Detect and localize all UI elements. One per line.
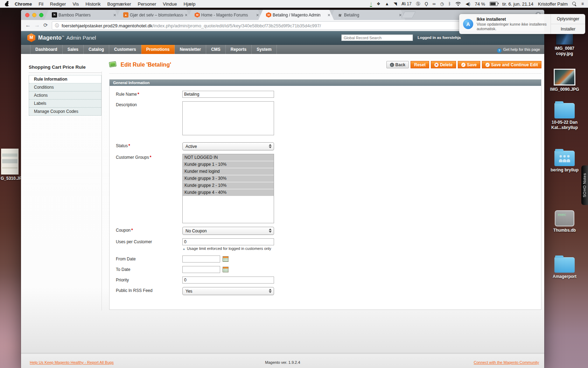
tab-close-icon[interactable]: × — [328, 13, 330, 18]
desktop-icon-amagerport[interactable]: Amagerport — [545, 255, 584, 279]
calendar-icon[interactable] — [223, 256, 229, 262]
volume-icon[interactable]: ◀) — [465, 0, 470, 8]
nav-item-cms[interactable]: CMS — [206, 45, 226, 54]
minimize-window-button[interactable] — [32, 13, 36, 17]
nav-item-dashboard[interactable]: Dashboard — [30, 45, 63, 54]
desktop-icon-bering-bryllup[interactable]: bering bryllup — [545, 149, 584, 173]
rule-form: Rule Name* Description Status* Active — [110, 86, 541, 295]
status-select[interactable]: Active — [182, 142, 274, 150]
reload-icon[interactable]: ⟳ — [43, 22, 48, 29]
bluetooth-icon[interactable]: ᛒ — [448, 0, 451, 8]
nav-item-customers[interactable]: Customers — [109, 45, 141, 54]
menubar-item-fil[interactable]: Fil — [38, 1, 43, 7]
community-link[interactable]: Connect with the Magento Community — [474, 360, 539, 364]
browser-tab[interactable]: uBetaling× — [330, 10, 405, 20]
menubar-clock[interactable]: tir. 6. jun. 21.14 — [502, 1, 533, 7]
sidebar-item-conditions[interactable]: Conditions — [29, 83, 101, 91]
menubar-item-personer[interactable]: Personer — [138, 1, 156, 7]
delete-button[interactable]: ✕Delete — [431, 61, 456, 68]
menubar-item-bogmærker[interactable]: Bogmærker — [107, 1, 131, 7]
zoom-window-button[interactable] — [39, 13, 43, 17]
desktop-icon-img-5310[interactable]: G_5310.JP — [1, 149, 19, 181]
menubar-item-historik[interactable]: Historik — [85, 1, 100, 7]
clock-icon[interactable]: ◷ — [440, 0, 444, 8]
customer-groups-multiselect[interactable]: NOT LOGGED INKunde gruppe 1 - 10%Kunder … — [182, 154, 274, 223]
menubar-item-hjælp[interactable]: Hjælp — [183, 1, 195, 7]
photo-content — [555, 70, 574, 84]
shield-icon[interactable]: Ⓢ — [416, 0, 420, 8]
sidebar-item-manage-coupon-codes[interactable]: Manage Coupon Codes — [29, 108, 101, 116]
uses-per-customer-input[interactable] — [182, 238, 274, 245]
nav-item-reports[interactable]: Reports — [226, 45, 252, 54]
menubar-item-vindue[interactable]: Vindue — [163, 1, 177, 7]
back-icon[interactable]: ← — [25, 22, 31, 29]
triangle-menu-icon[interactable]: ▲ — [385, 0, 389, 8]
description-row: Description — [116, 101, 541, 137]
browser-tab[interactable]: NBamboo Planters× — [44, 10, 120, 20]
desktop-icon-thumbs-db[interactable]: execThumbs.db — [545, 210, 584, 233]
magento-brand: Magento™ — [38, 35, 64, 41]
tab-close-icon[interactable]: × — [256, 13, 259, 18]
description-textarea[interactable] — [182, 101, 274, 135]
customer-group-option[interactable]: Kunde gruppe 1 - 10% — [183, 161, 274, 168]
reset-button[interactable]: Reset — [411, 61, 429, 68]
rss-select[interactable]: Yes — [182, 287, 274, 295]
from-date-input[interactable] — [182, 255, 220, 263]
tab-close-icon[interactable]: × — [185, 13, 188, 18]
browser-tab[interactable]: ▲Gjør det selv – blomsterkasse× — [115, 10, 191, 20]
binoculars-icon[interactable]: ∞ — [433, 0, 436, 8]
details-button[interactable]: Oplysninger — [551, 14, 585, 24]
customer-group-option[interactable]: Kunde gruppe 4 - 40% — [183, 189, 274, 196]
nav-item-promotions[interactable]: Promotions — [141, 45, 175, 54]
apple-menu-icon[interactable] — [5, 2, 9, 6]
onepassword-icon[interactable]: A\ 17 — [401, 0, 412, 8]
spotlight-search-icon[interactable] — [572, 2, 577, 6]
menubar-user[interactable]: Kristoffer Palm — [538, 1, 568, 7]
folder-icon — [554, 103, 575, 118]
page-info-icon[interactable]: ⓘ — [55, 23, 59, 29]
desktop-icon-img-0090-jpg[interactable]: IMG_0090.JPG — [545, 69, 584, 92]
nav-item-catalog[interactable]: Catalog — [84, 45, 109, 54]
nav-item-system[interactable]: System — [252, 45, 277, 54]
sidebar-item-rule-information[interactable]: Rule Information — [29, 75, 101, 83]
customer-group-option[interactable]: Kunde gruppe 2 - 10% — [183, 182, 274, 189]
priority-input[interactable] — [182, 277, 274, 284]
corner-flag-icon[interactable]: ◥ — [394, 0, 397, 8]
install-button[interactable]: Installer — [551, 24, 585, 34]
close-window-button[interactable] — [25, 13, 29, 17]
sidebar-item-labels[interactable]: Labels — [29, 100, 101, 108]
browser-tab[interactable]: MHome - Magento Forums× — [187, 10, 262, 20]
horn-icon[interactable]: Ϙ — [425, 0, 428, 8]
wifi-icon[interactable] — [455, 2, 461, 6]
browser-tab[interactable]: MBetaling / Magento Admin× — [258, 10, 334, 20]
magento-logo[interactable]: M Magento™ Admin Panel — [27, 33, 96, 42]
customer-group-option[interactable]: Kunde gruppe 3 - 30% — [183, 175, 274, 182]
desktop-icon-10-05-22-dan[interactable]: 10-05-22 DanKat...sbryllup — [545, 101, 584, 130]
save-button[interactable]: ✓Save — [458, 61, 480, 68]
customer-group-option[interactable]: NOT LOGGED IN — [183, 154, 274, 161]
calendar-icon[interactable] — [223, 267, 229, 272]
global-record-search-input[interactable] — [341, 34, 413, 41]
rule-name-input[interactable] — [182, 91, 274, 98]
menubar-item-chrome[interactable]: Chrome — [15, 1, 32, 7]
to-date-input[interactable] — [182, 266, 220, 273]
desktop-icon-img-0087[interactable]: IMG_0087copy.jpg — [545, 33, 584, 56]
nav-item-sales[interactable]: Sales — [63, 45, 84, 54]
coupon-select[interactable]: No Coupon — [182, 227, 274, 235]
tab-close-icon[interactable]: × — [399, 13, 402, 18]
back-button[interactable]: ‹Back — [386, 61, 409, 68]
download-manager-icon[interactable]: ↓ — [370, 1, 372, 7]
customer-group-option[interactable]: Kunder med logind — [183, 168, 274, 175]
nav-item-newsletter[interactable]: Newsletter — [175, 45, 206, 54]
usage-limit-note: ▲Usage limit enforced for logged in cust… — [182, 246, 541, 251]
menubar-item-rediger[interactable]: Rediger — [50, 1, 66, 7]
priority-row: Priority — [116, 277, 541, 284]
sidebar-item-actions[interactable]: Actions — [29, 91, 101, 100]
tab-close-icon[interactable]: × — [113, 13, 116, 18]
menubar-item-vis[interactable]: Vis — [72, 1, 79, 7]
get-help-link[interactable]: ?Get help for this page — [497, 45, 540, 54]
save-and-continue-button[interactable]: ✓Save and Continue Edit — [482, 61, 541, 68]
soho-notes-drawer-tab[interactable]: SOHO Notes — [581, 165, 588, 205]
dropbox-icon[interactable]: ❖ — [377, 0, 380, 8]
notification-center-icon[interactable]: ≡ — [581, 0, 584, 8]
